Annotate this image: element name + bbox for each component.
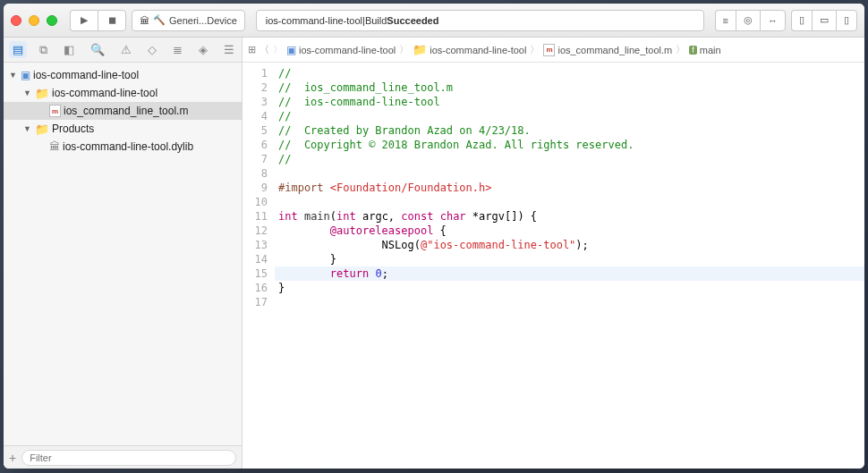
line-number: 1 [243, 66, 268, 80]
tree-row[interactable]: ▼▣ios-command-line-tool [4, 66, 242, 84]
debug-navigator-tab[interactable]: ≣ [169, 41, 186, 58]
find-navigator-tab[interactable]: 🔍 [87, 41, 108, 58]
code-line[interactable]: int main(int argc, const char *argv[]) { [275, 209, 864, 224]
line-number: 17 [243, 295, 268, 309]
jump-bar[interactable]: ⊞ 〈 〉 ▣ios-command-line-tool 〉 📁ios-comm… [243, 38, 864, 63]
code-line[interactable]: return 0; [275, 266, 864, 281]
chevron-icon: 〉 [399, 43, 409, 56]
issue-navigator-tab[interactable]: ⚠ [117, 41, 135, 58]
code-editor[interactable]: 1234567891011121314151617 //// ios_comma… [243, 63, 864, 469]
crumb-file[interactable]: mios_command_line_tool.m [543, 44, 672, 56]
navigator-footer: + [4, 445, 242, 469]
test-navigator-tab[interactable]: ◇ [144, 41, 160, 58]
tree-item-label: Products [52, 122, 94, 135]
scheme-selector[interactable]: 🏛 🔨 Generi...Device [132, 10, 245, 31]
run-stop-group: ▶ ◼ [70, 10, 126, 31]
code-line[interactable]: #import <Foundation/Foundation.h> [275, 181, 864, 195]
scheme-target-label: Generi...Device [169, 15, 237, 26]
code-line[interactable]: // [275, 66, 864, 80]
line-number: 15 [243, 266, 268, 281]
toggle-debug-button[interactable]: ▭ [812, 10, 836, 31]
assistant-editor-button[interactable]: ◎ [736, 10, 760, 31]
crumb-project[interactable]: ▣ios-command-line-tool [286, 44, 396, 56]
line-number: 11 [243, 209, 268, 224]
code-line[interactable]: // Copyright © 2018 Brandon Azad. All ri… [275, 138, 864, 152]
status-action: Build [365, 15, 387, 26]
breakpoint-navigator-tab[interactable]: ◈ [195, 41, 211, 58]
activity-status-bar: ios-command-line-tool | Build Succeeded [256, 10, 704, 31]
code-line[interactable]: @autoreleasepool { [275, 224, 864, 238]
code-line[interactable] [275, 295, 864, 309]
crumb-symbol[interactable]: fmain [689, 45, 720, 55]
project-tree[interactable]: ▼▣ios-command-line-tool▼📁ios-command-lin… [4, 63, 242, 445]
arrows-icon: ↔ [768, 15, 778, 26]
toggle-utilities-button[interactable]: ▯ [836, 10, 857, 31]
code-line[interactable]: // ios-command-line-tool [275, 95, 864, 109]
main-body: ▤ ⧉ ◧ 🔍 ⚠ ◇ ≣ ◈ ☰ ▼▣ios-command-line-too… [4, 38, 864, 469]
close-button[interactable] [11, 15, 21, 26]
back-button[interactable]: 〈 [260, 43, 269, 56]
editor-area: ⊞ 〈 〉 ▣ios-command-line-tool 〉 📁ios-comm… [243, 38, 864, 469]
code-line[interactable]: // ios_command_line_tool.m [275, 80, 864, 95]
source-control-tab[interactable]: ⧉ [36, 41, 51, 59]
maximize-button[interactable] [47, 15, 57, 26]
mfile-icon: m [49, 105, 61, 117]
disclosure-triangle[interactable]: ▼ [9, 71, 18, 80]
stop-button[interactable]: ◼ [98, 10, 126, 31]
code-line[interactable]: } [275, 281, 864, 295]
line-number: 3 [243, 95, 268, 109]
play-icon: ▶ [78, 14, 90, 26]
disclosure-triangle[interactable]: ▼ [23, 89, 32, 97]
tree-row[interactable]: ▼📁ios-command-line-tool [4, 84, 242, 102]
stop-icon: ◼ [106, 14, 118, 26]
line-number: 7 [243, 152, 268, 166]
xcode-window: ▶ ◼ 🏛 🔨 Generi...Device ios-command-line… [4, 4, 864, 469]
project-icon: ▣ [21, 69, 30, 81]
line-number: 10 [243, 195, 268, 209]
symbol-navigator-tab[interactable]: ◧ [60, 41, 78, 58]
filter-input[interactable] [21, 450, 236, 466]
line-number: 8 [243, 166, 268, 181]
code-content[interactable]: //// ios_command_line_tool.m// ios-comma… [275, 63, 864, 469]
code-line[interactable]: // [275, 152, 864, 166]
chevron-icon: 〉 [530, 43, 540, 56]
tree-item-label: ios-command-line-tool.dylib [63, 140, 193, 153]
code-line[interactable]: } [275, 252, 864, 266]
line-number: 16 [243, 281, 268, 295]
right-toolbar: ≡ ◎ ↔ ▯ ▭ ▯ [715, 10, 857, 31]
line-number: 14 [243, 252, 268, 266]
add-button[interactable]: + [9, 451, 16, 465]
navigator-panel: ▤ ⧉ ◧ 🔍 ⚠ ◇ ≣ ◈ ☰ ▼▣ios-command-line-too… [4, 38, 243, 469]
line-number: 9 [243, 181, 268, 195]
related-items-icon[interactable]: ⊞ [248, 44, 256, 55]
disclosure-triangle[interactable]: ▼ [23, 124, 32, 133]
library-icon: 🏛 [49, 140, 60, 153]
chevron-icon: 〉 [676, 43, 685, 56]
tree-item-label: ios-command-line-tool [52, 87, 157, 99]
tree-row[interactable]: mios_command_line_tool.m [4, 102, 242, 120]
line-number: 13 [243, 238, 268, 252]
code-line[interactable] [275, 195, 864, 209]
minimize-button[interactable] [29, 15, 39, 26]
rings-icon: ◎ [744, 14, 753, 26]
mfile-icon: m [543, 44, 555, 56]
toggle-navigator-button[interactable]: ▯ [791, 10, 812, 31]
tree-item-label: ios-command-line-tool [33, 69, 139, 81]
tree-row[interactable]: 🏛ios-command-line-tool.dylib [4, 138, 242, 156]
code-line[interactable]: NSLog(@"ios-command-line-tool"); [275, 238, 864, 252]
project-navigator-tab[interactable]: ▤ [9, 41, 27, 58]
version-editor-button[interactable]: ↔ [760, 10, 786, 31]
forward-button[interactable]: 〉 [273, 43, 283, 56]
run-button[interactable]: ▶ [70, 10, 98, 31]
code-line[interactable]: // [275, 109, 864, 123]
code-line[interactable] [275, 166, 864, 181]
code-line[interactable]: // Created by Brandon Azad on 4/23/18. [275, 123, 864, 138]
tree-row[interactable]: ▼📁Products [4, 120, 242, 138]
line-number: 12 [243, 224, 268, 238]
report-navigator-tab[interactable]: ☰ [220, 41, 238, 58]
tree-item-label: ios_command_line_tool.m [64, 105, 188, 117]
folder-icon: 📁 [35, 122, 49, 136]
standard-editor-button[interactable]: ≡ [715, 10, 736, 31]
crumb-folder[interactable]: 📁ios-command-line-tool [413, 43, 526, 56]
folder-icon: 📁 [413, 43, 427, 56]
